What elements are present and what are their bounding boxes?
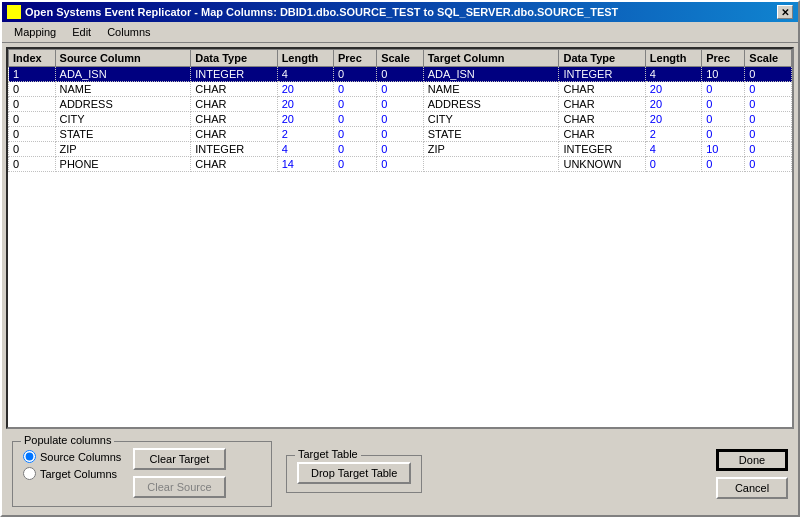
header-scale: Scale xyxy=(377,50,424,67)
header-data-type2: Data Type xyxy=(559,50,645,67)
table-cell: ADDRESS xyxy=(423,97,559,112)
done-cancel-group: Done Cancel xyxy=(716,449,788,499)
table-cell: ADA_ISN xyxy=(55,67,191,82)
table-row[interactable]: 0ADDRESSCHAR2000ADDRESSCHAR2000 xyxy=(9,97,792,112)
table-cell: CHAR xyxy=(559,82,645,97)
table-row[interactable]: 0ZIPINTEGER400ZIPINTEGER4100 xyxy=(9,142,792,157)
table-cell: 10 xyxy=(702,67,745,82)
target-columns-radio[interactable] xyxy=(23,467,36,480)
table-cell: CHAR xyxy=(191,157,277,172)
table-cell: CHAR xyxy=(191,82,277,97)
menu-bar: Mapping Edit Columns xyxy=(2,22,798,43)
table-cell: PHONE xyxy=(55,157,191,172)
table-row[interactable]: 0STATECHAR200STATECHAR200 xyxy=(9,127,792,142)
table-cell: 0 xyxy=(333,97,376,112)
table-cell: 0 xyxy=(745,82,792,97)
title-bar: Open Systems Event Replicator - Map Colu… xyxy=(2,2,798,22)
target-columns-radio-label[interactable]: Target Columns xyxy=(23,467,121,480)
table-row[interactable]: 1ADA_ISNINTEGER400ADA_ISNINTEGER4100 xyxy=(9,67,792,82)
table-cell: CHAR xyxy=(191,112,277,127)
main-window: Open Systems Event Replicator - Map Colu… xyxy=(0,0,800,517)
table-cell: UNKNOWN xyxy=(559,157,645,172)
table-cell: ZIP xyxy=(423,142,559,157)
table-cell: 0 xyxy=(333,127,376,142)
table-cell: 20 xyxy=(277,112,333,127)
window-title: Open Systems Event Replicator - Map Colu… xyxy=(25,6,618,18)
table-cell: 4 xyxy=(277,142,333,157)
table-cell: 0 xyxy=(9,142,56,157)
cancel-button[interactable]: Cancel xyxy=(716,477,788,499)
table-row[interactable]: 0PHONECHAR1400UNKNOWN000 xyxy=(9,157,792,172)
table-row[interactable]: 0CITYCHAR2000CITYCHAR2000 xyxy=(9,112,792,127)
table-cell: 10 xyxy=(702,142,745,157)
table-header-row: Index Source Column Data Type Length Pre… xyxy=(9,50,792,67)
table-cell: 0 xyxy=(9,157,56,172)
source-columns-radio-text: Source Columns xyxy=(40,451,121,463)
table-cell: 0 xyxy=(745,67,792,82)
table-cell: 0 xyxy=(745,127,792,142)
menu-columns[interactable]: Columns xyxy=(99,24,158,40)
table-cell: 4 xyxy=(645,142,701,157)
header-length: Length xyxy=(277,50,333,67)
table-cell: 0 xyxy=(377,97,424,112)
table-cell: CHAR xyxy=(191,97,277,112)
table-cell: 0 xyxy=(9,97,56,112)
table-body: 1ADA_ISNINTEGER400ADA_ISNINTEGER41000NAM… xyxy=(9,67,792,172)
table-cell: 0 xyxy=(333,67,376,82)
table-cell xyxy=(423,157,559,172)
table-cell: 20 xyxy=(277,82,333,97)
table-cell: 0 xyxy=(9,127,56,142)
header-target-column: Target Column xyxy=(423,50,559,67)
table-cell: 20 xyxy=(645,112,701,127)
header-data-type: Data Type xyxy=(191,50,277,67)
table-cell: INTEGER xyxy=(559,142,645,157)
table-cell: ZIP xyxy=(55,142,191,157)
clear-target-button[interactable]: Clear Target xyxy=(133,448,225,470)
header-scale2: Scale xyxy=(745,50,792,67)
source-columns-radio[interactable] xyxy=(23,450,36,463)
table-cell: ADDRESS xyxy=(55,97,191,112)
clear-source-button[interactable]: Clear Source xyxy=(133,476,225,498)
table-row[interactable]: 0NAMECHAR2000NAMECHAR2000 xyxy=(9,82,792,97)
source-columns-radio-label[interactable]: Source Columns xyxy=(23,450,121,463)
drop-target-table-button[interactable]: Drop Target Table xyxy=(297,462,411,484)
bottom-panel: Populate columns Source Columns Target C… xyxy=(6,437,794,511)
table-cell: STATE xyxy=(423,127,559,142)
table-cell: 0 xyxy=(333,82,376,97)
table-cell: 0 xyxy=(745,157,792,172)
table-cell: 20 xyxy=(645,97,701,112)
title-bar-left: Open Systems Event Replicator - Map Colu… xyxy=(7,5,618,19)
clear-buttons-group: Clear Target Clear Source xyxy=(133,448,225,498)
table-cell: 4 xyxy=(277,67,333,82)
done-button[interactable]: Done xyxy=(716,449,788,471)
populate-columns-label: Populate columns xyxy=(21,434,114,446)
menu-edit[interactable]: Edit xyxy=(64,24,99,40)
table-cell: 0 xyxy=(9,82,56,97)
table-cell: 0 xyxy=(377,67,424,82)
target-table-group: Target Table Drop Target Table xyxy=(286,455,422,493)
columns-table-container[interactable]: Index Source Column Data Type Length Pre… xyxy=(6,47,794,429)
table-cell: 0 xyxy=(702,97,745,112)
table-cell: 0 xyxy=(377,112,424,127)
table-cell: ADA_ISN xyxy=(423,67,559,82)
table-cell: 4 xyxy=(645,67,701,82)
table-cell: 0 xyxy=(645,157,701,172)
table-cell: CHAR xyxy=(191,127,277,142)
target-table-label: Target Table xyxy=(295,448,361,460)
radio-group: Source Columns Target Columns xyxy=(23,450,121,480)
table-cell: 0 xyxy=(702,157,745,172)
table-cell: 0 xyxy=(9,112,56,127)
table-cell: STATE xyxy=(55,127,191,142)
menu-mapping[interactable]: Mapping xyxy=(6,24,64,40)
populate-group-inner: Source Columns Target Columns Clear Targ… xyxy=(23,448,261,498)
close-button[interactable]: ✕ xyxy=(777,5,793,19)
header-length2: Length xyxy=(645,50,701,67)
table-cell: 0 xyxy=(333,112,376,127)
table-cell: 0 xyxy=(377,142,424,157)
app-icon xyxy=(7,5,21,19)
table-cell: 0 xyxy=(702,82,745,97)
table-cell: CHAR xyxy=(559,112,645,127)
table-cell: CHAR xyxy=(559,127,645,142)
table-cell: 0 xyxy=(745,97,792,112)
table-cell: 0 xyxy=(377,82,424,97)
